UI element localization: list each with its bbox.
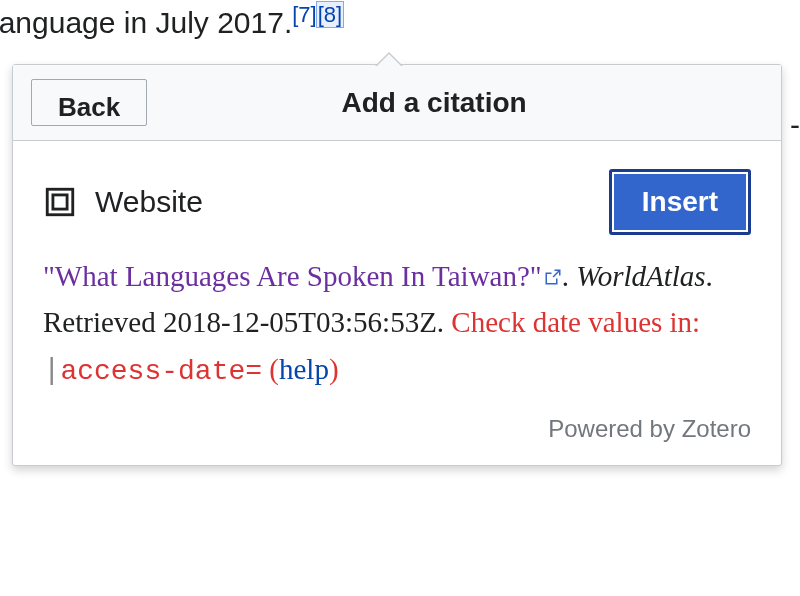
help-open: ( bbox=[262, 353, 279, 385]
source-row: Website Insert bbox=[43, 169, 751, 235]
citation-param: access-date= bbox=[60, 356, 262, 387]
reference-7[interactable]: [7] bbox=[292, 2, 316, 27]
citation-date: 2018-12-05T03:56:53Z bbox=[163, 306, 437, 338]
source-type-label: Website bbox=[95, 185, 609, 219]
citation-error-text: Check date values in: bbox=[451, 306, 700, 338]
svg-rect-0 bbox=[47, 189, 73, 215]
help-close: ) bbox=[329, 353, 339, 385]
citation-preview: "What Languages Are Spoken In Taiwan?". … bbox=[43, 253, 751, 395]
popup-header: Back Add a citation bbox=[13, 65, 781, 141]
insert-button[interactable]: Insert bbox=[609, 169, 751, 235]
article-fragment: language in July 2017. bbox=[0, 6, 292, 39]
citation-sep1: . bbox=[562, 260, 577, 292]
external-link-icon bbox=[544, 253, 562, 271]
back-button[interactable]: Back bbox=[31, 79, 147, 126]
svg-rect-1 bbox=[53, 195, 67, 209]
popup-footer: Powered by Zotero bbox=[13, 411, 781, 465]
article-text: language in July 2017.[7][8] bbox=[0, 0, 800, 44]
reference-8[interactable]: [8] bbox=[317, 2, 343, 27]
citation-title-link[interactable]: "What Languages Are Spoken In Taiwan?" bbox=[43, 260, 542, 292]
popup-title: Add a citation bbox=[147, 65, 781, 140]
citation-sep2: . bbox=[437, 306, 452, 338]
popup-body: Website Insert "What Languages Are Spoke… bbox=[13, 141, 781, 411]
citation-popup: Back Add a citation Website Insert "What… bbox=[12, 64, 782, 466]
help-link[interactable]: help bbox=[279, 353, 329, 385]
citation-source: WorldAtlas bbox=[576, 260, 705, 292]
website-icon bbox=[43, 185, 77, 219]
citation-pipe: | bbox=[43, 355, 60, 388]
edge-text: - bbox=[790, 108, 800, 142]
